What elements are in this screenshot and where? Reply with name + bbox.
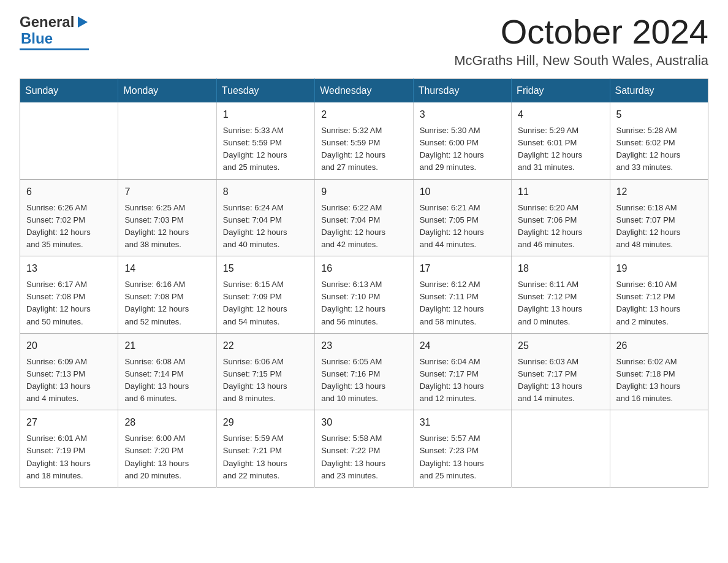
- day-info: Sunrise: 6:03 AM Sunset: 7:17 PM Dayligh…: [518, 356, 603, 405]
- day-number: 27: [26, 415, 112, 430]
- day-info: Sunrise: 6:06 AM Sunset: 7:15 PM Dayligh…: [223, 356, 308, 405]
- day-info: Sunrise: 6:09 AM Sunset: 7:13 PM Dayligh…: [26, 356, 112, 405]
- logo: General Blue: [20, 15, 89, 50]
- day-info: Sunrise: 5:57 AM Sunset: 7:23 PM Dayligh…: [420, 432, 505, 482]
- day-number: 17: [420, 261, 505, 276]
- day-info: Sunrise: 6:17 AM Sunset: 7:08 PM Dayligh…: [26, 278, 112, 328]
- day-number: 15: [223, 261, 308, 276]
- day-info: Sunrise: 5:58 AM Sunset: 7:22 PM Dayligh…: [321, 432, 406, 482]
- day-number: 4: [518, 107, 603, 122]
- day-info: Sunrise: 6:22 AM Sunset: 7:04 PM Dayligh…: [321, 202, 406, 251]
- calendar-cell: 4Sunrise: 5:29 AM Sunset: 6:01 PM Daylig…: [512, 102, 610, 179]
- logo-blue-word: Blue: [20, 30, 53, 47]
- day-info: Sunrise: 6:02 AM Sunset: 7:18 PM Dayligh…: [616, 356, 702, 405]
- calendar-cell: 27Sunrise: 6:01 AM Sunset: 7:19 PM Dayli…: [20, 410, 118, 488]
- calendar-cell: 2Sunrise: 5:32 AM Sunset: 5:59 PM Daylig…: [315, 102, 413, 179]
- title-section: October 2024 McGraths Hill, New South Wa…: [454, 15, 708, 69]
- day-number: 6: [26, 185, 112, 199]
- day-number: 1: [223, 107, 308, 122]
- calendar-cell: 16Sunrise: 6:13 AM Sunset: 7:10 PM Dayli…: [315, 256, 413, 334]
- day-info: Sunrise: 5:32 AM Sunset: 5:59 PM Dayligh…: [321, 124, 406, 174]
- calendar-cell: 20Sunrise: 6:09 AM Sunset: 7:13 PM Dayli…: [20, 333, 118, 410]
- day-number: 13: [26, 261, 112, 276]
- day-header-saturday: Saturday: [610, 79, 708, 103]
- day-header-wednesday: Wednesday: [315, 79, 413, 103]
- logo-arrow-icon: [75, 15, 89, 29]
- calendar-cell: 22Sunrise: 6:06 AM Sunset: 7:15 PM Dayli…: [216, 333, 314, 410]
- day-info: Sunrise: 6:15 AM Sunset: 7:09 PM Dayligh…: [223, 278, 308, 328]
- calendar-cell: 12Sunrise: 6:18 AM Sunset: 7:07 PM Dayli…: [610, 179, 708, 256]
- day-number: 31: [420, 415, 505, 430]
- calendar-cell: 21Sunrise: 6:08 AM Sunset: 7:14 PM Dayli…: [118, 333, 216, 410]
- day-info: Sunrise: 5:30 AM Sunset: 6:00 PM Dayligh…: [420, 124, 505, 174]
- day-header-friday: Friday: [512, 79, 610, 103]
- day-number: 19: [616, 261, 702, 276]
- month-year-title: October 2024: [454, 15, 708, 49]
- day-number: 21: [124, 339, 210, 353]
- day-number: 20: [26, 339, 112, 353]
- day-info: Sunrise: 6:18 AM Sunset: 7:07 PM Dayligh…: [616, 202, 702, 251]
- day-number: 24: [420, 339, 505, 353]
- day-number: 8: [223, 185, 308, 199]
- day-info: Sunrise: 5:29 AM Sunset: 6:01 PM Dayligh…: [518, 124, 603, 174]
- day-number: 9: [321, 185, 406, 199]
- calendar-cell: 18Sunrise: 6:11 AM Sunset: 7:12 PM Dayli…: [512, 256, 610, 334]
- day-number: 22: [223, 339, 308, 353]
- day-info: Sunrise: 6:04 AM Sunset: 7:17 PM Dayligh…: [420, 356, 505, 405]
- day-number: 7: [124, 185, 210, 199]
- calendar-cell: 26Sunrise: 6:02 AM Sunset: 7:18 PM Dayli…: [610, 333, 708, 410]
- calendar-cell: 6Sunrise: 6:26 AM Sunset: 7:02 PM Daylig…: [20, 179, 118, 256]
- calendar-cell: 13Sunrise: 6:17 AM Sunset: 7:08 PM Dayli…: [20, 256, 118, 334]
- calendar-week-3: 13Sunrise: 6:17 AM Sunset: 7:08 PM Dayli…: [20, 256, 708, 334]
- day-info: Sunrise: 6:00 AM Sunset: 7:20 PM Dayligh…: [124, 432, 210, 482]
- calendar-cell: 23Sunrise: 6:05 AM Sunset: 7:16 PM Dayli…: [315, 333, 413, 410]
- calendar-cell: 7Sunrise: 6:25 AM Sunset: 7:03 PM Daylig…: [118, 179, 216, 256]
- calendar-cell: 10Sunrise: 6:21 AM Sunset: 7:05 PM Dayli…: [413, 179, 511, 256]
- day-info: Sunrise: 6:05 AM Sunset: 7:16 PM Dayligh…: [321, 356, 406, 405]
- calendar-week-5: 27Sunrise: 6:01 AM Sunset: 7:19 PM Dayli…: [20, 410, 708, 488]
- day-number: 16: [321, 261, 406, 276]
- day-info: Sunrise: 6:01 AM Sunset: 7:19 PM Dayligh…: [26, 432, 112, 482]
- day-header-thursday: Thursday: [413, 79, 511, 103]
- calendar-cell: 24Sunrise: 6:04 AM Sunset: 7:17 PM Dayli…: [413, 333, 511, 410]
- day-info: Sunrise: 6:11 AM Sunset: 7:12 PM Dayligh…: [518, 278, 603, 328]
- calendar-cell: [20, 102, 118, 179]
- day-number: 30: [321, 415, 406, 430]
- day-info: Sunrise: 6:16 AM Sunset: 7:08 PM Dayligh…: [124, 278, 210, 328]
- day-number: 18: [518, 261, 603, 276]
- day-header-tuesday: Tuesday: [216, 79, 314, 103]
- calendar-cell: 29Sunrise: 5:59 AM Sunset: 7:21 PM Dayli…: [216, 410, 314, 488]
- calendar-cell: 28Sunrise: 6:00 AM Sunset: 7:20 PM Dayli…: [118, 410, 216, 488]
- day-info: Sunrise: 5:33 AM Sunset: 5:59 PM Dayligh…: [223, 124, 308, 174]
- day-number: 25: [518, 339, 603, 353]
- calendar-week-2: 6Sunrise: 6:26 AM Sunset: 7:02 PM Daylig…: [20, 179, 708, 256]
- day-info: Sunrise: 6:21 AM Sunset: 7:05 PM Dayligh…: [420, 202, 505, 251]
- calendar-cell: 11Sunrise: 6:20 AM Sunset: 7:06 PM Dayli…: [512, 179, 610, 256]
- logo-general-word: General: [20, 15, 74, 29]
- location-subtitle: McGraths Hill, New South Wales, Australi…: [454, 53, 708, 69]
- calendar-cell: 9Sunrise: 6:22 AM Sunset: 7:04 PM Daylig…: [315, 179, 413, 256]
- day-info: Sunrise: 6:25 AM Sunset: 7:03 PM Dayligh…: [124, 202, 210, 251]
- calendar-table: SundayMondayTuesdayWednesdayThursdayFrid…: [20, 79, 708, 488]
- day-number: 3: [420, 107, 505, 122]
- calendar-cell: 15Sunrise: 6:15 AM Sunset: 7:09 PM Dayli…: [216, 256, 314, 334]
- day-number: 14: [124, 261, 210, 276]
- calendar-header-row: SundayMondayTuesdayWednesdayThursdayFrid…: [20, 79, 708, 103]
- calendar-cell: [512, 410, 610, 488]
- day-number: 12: [616, 185, 702, 199]
- day-number: 28: [124, 415, 210, 430]
- day-info: Sunrise: 6:26 AM Sunset: 7:02 PM Dayligh…: [26, 202, 112, 251]
- day-header-sunday: Sunday: [20, 79, 118, 103]
- calendar-cell: [610, 410, 708, 488]
- calendar-cell: 1Sunrise: 5:33 AM Sunset: 5:59 PM Daylig…: [216, 102, 314, 179]
- calendar-cell: 25Sunrise: 6:03 AM Sunset: 7:17 PM Dayli…: [512, 333, 610, 410]
- day-number: 10: [420, 185, 505, 199]
- day-number: 29: [223, 415, 308, 430]
- calendar-cell: 17Sunrise: 6:12 AM Sunset: 7:11 PM Dayli…: [413, 256, 511, 334]
- calendar-cell: 8Sunrise: 6:24 AM Sunset: 7:04 PM Daylig…: [216, 179, 314, 256]
- day-header-monday: Monday: [118, 79, 216, 103]
- day-info: Sunrise: 5:59 AM Sunset: 7:21 PM Dayligh…: [223, 432, 308, 482]
- calendar-week-4: 20Sunrise: 6:09 AM Sunset: 7:13 PM Dayli…: [20, 333, 708, 410]
- day-info: Sunrise: 5:28 AM Sunset: 6:02 PM Dayligh…: [616, 124, 702, 174]
- calendar-cell: 30Sunrise: 5:58 AM Sunset: 7:22 PM Dayli…: [315, 410, 413, 488]
